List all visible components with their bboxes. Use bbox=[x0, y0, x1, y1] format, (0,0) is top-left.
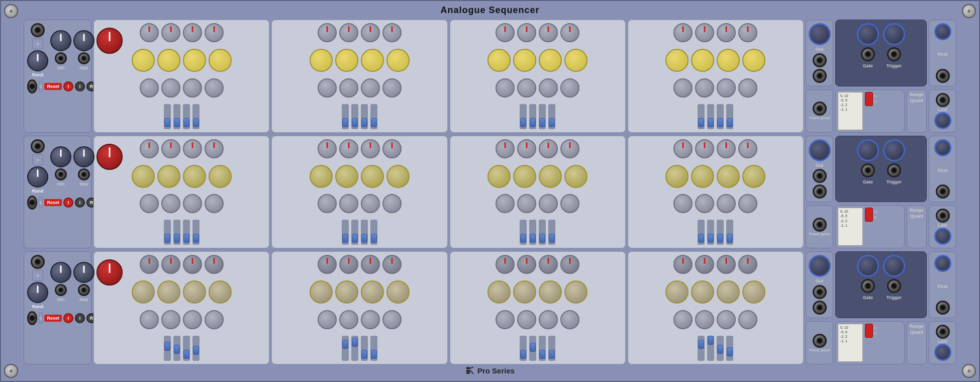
step-mid-r1g4-s2[interactable] bbox=[695, 78, 714, 98]
first-knob-1[interactable] bbox=[934, 23, 951, 40]
step-large-r1g1-s2[interactable] bbox=[157, 49, 180, 72]
step-slider-r3g3-s2[interactable] bbox=[529, 336, 536, 361]
step-mid-r2g3-s1[interactable] bbox=[496, 194, 515, 213]
step-large-r2g4-s3[interactable] bbox=[717, 165, 740, 188]
step-mid-r1g1-s3[interactable] bbox=[183, 78, 202, 98]
step-slider-r1g3-s3[interactable] bbox=[539, 104, 546, 129]
step-large-r1g4-s4[interactable] bbox=[742, 49, 765, 72]
out-knob-2[interactable] bbox=[809, 139, 831, 161]
step-mid-r2g1-s4[interactable] bbox=[205, 194, 224, 213]
last-jack-1[interactable] bbox=[936, 93, 950, 107]
step-slider-r1g2-s4[interactable] bbox=[370, 104, 377, 129]
step-mid-r3g3-s4[interactable] bbox=[560, 310, 579, 329]
step-knob-r3g2-s2[interactable] bbox=[339, 255, 358, 274]
step-large-r1g1-s4[interactable] bbox=[209, 49, 232, 72]
step-mid-r2g3-s3[interactable] bbox=[539, 194, 558, 213]
step-mid-r3g2-s2[interactable] bbox=[339, 310, 358, 329]
step-slider-r2g1-s1[interactable] bbox=[164, 220, 171, 245]
last-knob-3[interactable] bbox=[934, 344, 951, 361]
step-mid-r3g2-s4[interactable] bbox=[382, 310, 402, 329]
row1-cv-jack[interactable] bbox=[31, 23, 45, 37]
step-knob-r3g2-s1[interactable] bbox=[318, 255, 337, 274]
last-knob-1[interactable] bbox=[934, 112, 951, 129]
step-knob-r3g2-s3[interactable] bbox=[361, 255, 380, 274]
step-knob-r2g2-s3[interactable] bbox=[361, 139, 380, 158]
step-large-r2g2-s4[interactable] bbox=[386, 165, 410, 188]
step-large-r2g2-s3[interactable] bbox=[361, 165, 384, 188]
step-slider-r2g4-s1[interactable] bbox=[698, 220, 705, 245]
row2-min-jack[interactable] bbox=[55, 168, 67, 180]
step-slider-r1g1-s1[interactable] bbox=[164, 104, 171, 129]
trigger-knob-2[interactable] bbox=[883, 139, 905, 161]
step-mid-r2g1-s3[interactable] bbox=[183, 194, 202, 213]
row3-min-jack[interactable] bbox=[55, 284, 67, 296]
row2-reset-btn[interactable]: Reset bbox=[44, 199, 62, 206]
step-slider-r2g3-s1[interactable] bbox=[520, 220, 527, 245]
row3-max-knob[interactable] bbox=[73, 262, 94, 283]
step-knob-r2g4-s3[interactable] bbox=[717, 139, 736, 158]
step-slider-r2g3-s3[interactable] bbox=[539, 220, 546, 245]
step-slider-r2g1-s2[interactable] bbox=[173, 220, 180, 245]
step-mid-r1g2-s2[interactable] bbox=[339, 78, 358, 98]
step-mid-r2g1-s2[interactable] bbox=[161, 194, 180, 213]
step-slider-r1g4-s1[interactable] bbox=[698, 104, 705, 129]
gate-knob-2[interactable] bbox=[857, 139, 879, 161]
step-mid-r3g1-s3[interactable] bbox=[183, 310, 202, 329]
step-large-r2g1-s1[interactable] bbox=[132, 165, 155, 188]
step-mid-r1g4-s3[interactable] bbox=[717, 78, 736, 98]
row3-down-btn[interactable]: < bbox=[39, 313, 43, 324]
row2-cv-jack[interactable] bbox=[31, 139, 45, 153]
step-mid-r2g4-s4[interactable] bbox=[738, 194, 757, 213]
step-slider-r3g4-s4[interactable] bbox=[726, 336, 733, 361]
step-large-r1g3-s3[interactable] bbox=[539, 49, 562, 72]
row1-btn-I2[interactable]: I bbox=[75, 81, 85, 91]
step-slider-r1g2-s3[interactable] bbox=[361, 104, 368, 129]
out-jack-2[interactable] bbox=[813, 69, 827, 83]
step-slider-r2g2-s1[interactable] bbox=[342, 220, 349, 245]
step-mid-r2g4-s2[interactable] bbox=[695, 194, 714, 213]
row3-btn-I1[interactable]: I bbox=[63, 313, 73, 323]
step-knob-r2g2-s4[interactable] bbox=[382, 139, 402, 158]
step-knob-r1g1-s4[interactable] bbox=[205, 23, 224, 42]
first-jack-1[interactable] bbox=[936, 69, 950, 83]
row1-min-jack[interactable] bbox=[55, 52, 67, 64]
step-large-r2g3-s1[interactable] bbox=[487, 165, 511, 188]
step-knob-r1g2-s3[interactable] bbox=[361, 23, 380, 42]
step-large-r3g2-s2[interactable] bbox=[335, 280, 358, 304]
step-mid-r3g1-s2[interactable] bbox=[161, 310, 180, 329]
step-large-r3g1-s4[interactable] bbox=[209, 280, 232, 304]
step-large-r3g3-s4[interactable] bbox=[564, 280, 587, 304]
row2-max-jack[interactable] bbox=[78, 168, 90, 180]
last-jack-2[interactable] bbox=[936, 209, 950, 223]
step-mid-r1g3-s3[interactable] bbox=[539, 78, 558, 98]
step-large-r2g4-s2[interactable] bbox=[691, 165, 714, 188]
row1-cv2-jack[interactable] bbox=[27, 79, 37, 93]
step-large-r1g3-s2[interactable] bbox=[513, 49, 536, 72]
step-slider-r2g2-s3[interactable] bbox=[361, 220, 368, 245]
step-knob-r3g1-s3[interactable] bbox=[183, 255, 202, 274]
row1-up-btn[interactable]: > bbox=[32, 38, 43, 49]
step-mid-r3g3-s1[interactable] bbox=[496, 310, 515, 329]
step-knob-r3g1-s4[interactable] bbox=[205, 255, 224, 274]
step-large-r2g4-s4[interactable] bbox=[742, 165, 765, 188]
step-slider-r3g2-s1[interactable] bbox=[342, 336, 349, 361]
row1-rand-knob[interactable] bbox=[27, 50, 48, 71]
transpose-jack-1[interactable] bbox=[813, 102, 827, 116]
step-mid-r1g1-s2[interactable] bbox=[161, 78, 180, 98]
step-slider-r2g3-s4[interactable] bbox=[548, 220, 555, 245]
row3-min-knob[interactable] bbox=[50, 262, 71, 283]
step-slider-r2g1-s4[interactable] bbox=[192, 220, 200, 245]
step-slider-r2g4-s2[interactable] bbox=[707, 220, 714, 245]
row1-btn-I1[interactable]: I bbox=[63, 81, 73, 91]
row3-up-btn[interactable]: > bbox=[32, 270, 43, 281]
step-knob-r3g2-s4[interactable] bbox=[382, 255, 402, 274]
row2-cv2-jack[interactable] bbox=[27, 196, 37, 210]
step-mid-r1g2-s3[interactable] bbox=[361, 78, 380, 98]
step-slider-r1g1-s3[interactable] bbox=[183, 104, 190, 129]
step-large-r2g1-s3[interactable] bbox=[183, 165, 206, 188]
step-knob-r1g3-s1[interactable] bbox=[496, 23, 515, 42]
gate-jack-2[interactable] bbox=[861, 163, 875, 177]
step-knob-r2g1-s4[interactable] bbox=[205, 139, 224, 158]
row3-stride-knob[interactable] bbox=[96, 259, 123, 285]
step-slider-r3g3-s4[interactable] bbox=[548, 336, 555, 361]
